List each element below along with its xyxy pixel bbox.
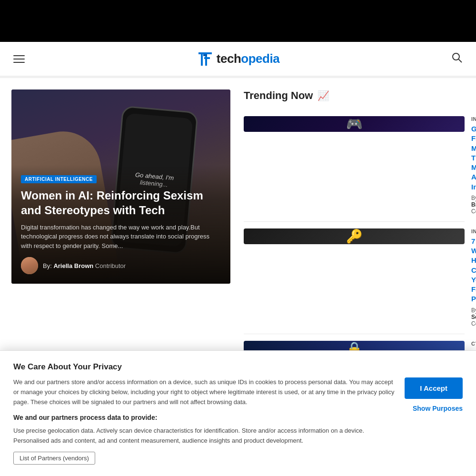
hamburger-line-3 (13, 62, 25, 63)
hacker-thumb-icon: 🔑 (346, 228, 363, 244)
show-purposes-button[interactable]: Show Purposes (413, 405, 463, 412)
featured-article[interactable]: Go ahead, I'm listening... ARTIFICIAL IN… (11, 89, 230, 284)
trending-icon: 📈 (317, 90, 329, 101)
logo-text: techopedia (217, 51, 279, 66)
trending-thumb-1: 🎮 (244, 116, 465, 132)
logo-icon (197, 50, 214, 68)
featured-category: ARTIFICIAL INTELLIGENCE (21, 175, 97, 183)
privacy-process-label: We and our partners process data to prov… (13, 414, 395, 421)
trending-header: Trending Now 📈 (244, 89, 465, 102)
svg-marker-2 (203, 54, 207, 56)
featured-title: Women in AI: Reinforcing Sexism and Ster… (21, 188, 221, 218)
privacy-body: We and our partners store and/or access … (13, 377, 463, 465)
trending-item-1: 🎮 INTERNET Gaming, Fashion, Music: The M… (244, 109, 465, 222)
featured-overlay: ARTIFICIAL INTELLIGENCE Women in AI: Rei… (11, 165, 230, 284)
privacy-overlay: We Care About Your Privacy We and our pa… (0, 350, 476, 476)
trending-title: Trending Now (244, 89, 313, 102)
svg-point-3 (453, 53, 459, 60)
trending-content-2: INTERNET 7 Sneaky Ways Hackers Can Get Y… (471, 228, 476, 327)
accept-button[interactable]: I Accept (405, 377, 463, 399)
hamburger-line-2 (13, 59, 25, 60)
trending-author-2: By: Jennifer Seaton | Contributor (471, 307, 476, 327)
featured-author: By: Ariella Brown Contributor (21, 257, 221, 274)
trending-content-1: INTERNET Gaming, Fashion, Music: The Met… (471, 116, 476, 215)
search-button[interactable] (449, 50, 465, 68)
trending-thumb-2: 🔑 (244, 228, 465, 244)
trending-category-1: INTERNET (471, 116, 476, 122)
trending-link-1[interactable]: Gaming, Fashion, Music: The Metaverse Ac… (471, 124, 476, 192)
privacy-actions: I Accept Show Purposes (405, 377, 463, 412)
menu-button[interactable] (11, 53, 27, 65)
site-header: techopedia (0, 42, 476, 76)
hamburger-line-1 (13, 55, 25, 56)
trending-category-2: INTERNET (471, 228, 476, 234)
author-text: By: Ariella Brown Contributor (43, 262, 126, 269)
metaverse-thumb-icon: 🎮 (346, 116, 363, 132)
featured-excerpt: Digital transformation has changed the w… (21, 223, 221, 251)
svg-line-4 (458, 59, 462, 62)
trending-link-2[interactable]: 7 Sneaky Ways Hackers Can Get Your Faceb… (471, 237, 476, 304)
search-icon (451, 52, 463, 63)
partners-link[interactable]: List of Partners (vendors) (13, 452, 95, 465)
privacy-process-desc: Use precise geolocation data. Actively s… (13, 426, 395, 446)
author-avatar (21, 257, 38, 274)
author-avatar-img (21, 257, 38, 274)
trending-item-2: 🔑 INTERNET 7 Sneaky Ways Hackers Can Get… (244, 222, 465, 334)
privacy-desc: We and our partners store and/or access … (13, 377, 395, 407)
privacy-title: We Care About Your Privacy (13, 362, 463, 372)
top-ad-bar (0, 0, 476, 42)
site-logo[interactable]: techopedia (197, 50, 279, 68)
trending-category-3: CYBERSECURITY (471, 341, 476, 347)
trending-author-1: By: Ariella Brown | Contributor (471, 195, 476, 215)
privacy-text-col: We and our partners store and/or access … (13, 377, 395, 465)
